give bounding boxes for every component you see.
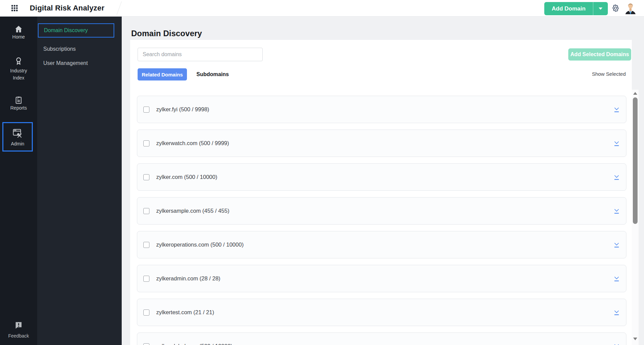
title-divider — [117, 1, 122, 15]
app-launcher-grid-icon[interactable] — [11, 4, 18, 12]
domain-discovery-panel: Add Selected Domains Related Domains Sub… — [130, 40, 632, 345]
admin-submenu: Domain Discovery Subscriptions User Mana… — [37, 16, 122, 345]
scroll-up-arrow[interactable] — [633, 92, 637, 95]
expand-chevron-icon[interactable] — [613, 309, 620, 316]
expand-chevron-icon[interactable] — [613, 242, 620, 248]
scrollbar-thumb[interactable] — [633, 97, 638, 224]
submenu-item-user-management[interactable]: User Management — [38, 56, 114, 70]
expand-chevron-icon[interactable] — [613, 276, 620, 282]
expand-chevron-icon[interactable] — [613, 208, 620, 214]
sidebar-item-label: Industry Index — [6, 67, 31, 82]
scroll-down-arrow[interactable] — [633, 338, 637, 340]
domain-row: zylkeradmin.com (28 / 28) — [137, 265, 626, 292]
add-domain-split-button: Add Domain — [544, 2, 608, 15]
domain-label: zylker.fyi (500 / 9998) — [156, 96, 209, 123]
domain-label: zylkersample.com (455 / 455) — [156, 198, 229, 224]
domain-checkbox[interactable] — [143, 276, 149, 282]
domain-label: zylker.com (500 / 10000) — [156, 164, 217, 190]
add-domain-button[interactable]: Add Domain — [544, 2, 593, 15]
sidebar-item-label: Home — [0, 33, 37, 41]
expand-chevron-icon[interactable] — [613, 343, 620, 345]
admin-tools-icon — [12, 128, 23, 139]
domain-row: zylkerwatch.com (500 / 9999) — [137, 130, 626, 157]
domain-checkbox[interactable] — [143, 140, 149, 146]
sidebar-item-home[interactable]: Home — [0, 25, 37, 41]
domain-row: zylker.fyi (500 / 9998) — [137, 96, 626, 123]
domain-row: zylkeroperations.com (500 / 10000) — [137, 231, 626, 258]
domain-checkbox[interactable] — [143, 208, 149, 214]
domain-row-partial: zylkerglobal.com (500 / 10000) — [137, 332, 626, 345]
show-selected-link[interactable]: Show Selected — [592, 71, 626, 77]
sidebar-item-label: Admin — [3, 140, 32, 147]
domain-label: zylkeroperations.com (500 / 10000) — [156, 231, 244, 258]
tab-subdomains[interactable]: Subdomains — [193, 68, 232, 80]
main-content: Domain Discovery Add Selected Domains Re… — [122, 16, 644, 345]
domain-checkbox[interactable] — [143, 107, 149, 113]
clipboard-icon — [14, 96, 23, 105]
search-domains-input[interactable] — [138, 48, 263, 61]
domain-checkbox[interactable] — [143, 242, 149, 248]
feedback-bubble-icon — [14, 321, 23, 330]
sidebar-item-reports[interactable]: Reports — [0, 96, 37, 112]
domain-label: zylkerglobal.com (500 / 10000) — [156, 333, 233, 345]
sidebar-item-feedback[interactable]: Feedback — [0, 321, 37, 340]
domain-label: zylkeradmin.com (28 / 28) — [156, 265, 220, 292]
add-selected-domains-button[interactable]: Add Selected Domains — [568, 48, 631, 61]
app-title: Digital Risk Analyzer — [30, 0, 104, 16]
domain-checkbox[interactable] — [143, 309, 149, 316]
primary-sidebar: Home Industry Index Reports — [0, 16, 37, 345]
settings-gear-icon[interactable] — [611, 4, 620, 13]
domain-row: zylkertest.com (21 / 21) — [137, 299, 626, 326]
tab-related-domains[interactable]: Related Domains — [138, 68, 187, 80]
domain-row: zylkersample.com (455 / 455) — [137, 197, 626, 225]
page-title: Domain Discovery — [131, 29, 202, 38]
domain-checkbox[interactable] — [143, 174, 149, 180]
home-icon — [14, 25, 23, 33]
medal-icon — [14, 56, 23, 65]
sidebar-item-label: Reports — [0, 105, 37, 112]
submenu-item-subscriptions[interactable]: Subscriptions — [38, 42, 114, 56]
expand-chevron-icon[interactable] — [613, 174, 620, 181]
topbar: Digital Risk Analyzer Add Domain — [0, 0, 644, 17]
domain-checkbox[interactable] — [143, 343, 149, 345]
sidebar-item-industry-index[interactable]: Industry Index — [0, 56, 37, 82]
add-domain-dropdown-button[interactable] — [593, 2, 608, 15]
sidebar-item-admin[interactable]: Admin — [2, 122, 33, 152]
app-window: Digital Risk Analyzer Add Domain — [0, 0, 644, 345]
sidebar-item-label: Feedback — [0, 332, 37, 340]
expand-chevron-icon[interactable] — [613, 140, 620, 147]
vertical-scrollbar[interactable] — [632, 90, 639, 345]
expand-chevron-icon[interactable] — [613, 107, 620, 113]
domain-label: zylkerwatch.com (500 / 9999) — [156, 130, 229, 157]
domain-row: zylker.com (500 / 10000) — [137, 163, 626, 191]
domain-label: zylkertest.com (21 / 21) — [156, 299, 214, 326]
user-avatar[interactable] — [624, 2, 637, 15]
submenu-item-domain-discovery[interactable]: Domain Discovery — [38, 23, 114, 38]
caret-down-icon — [599, 7, 602, 10]
